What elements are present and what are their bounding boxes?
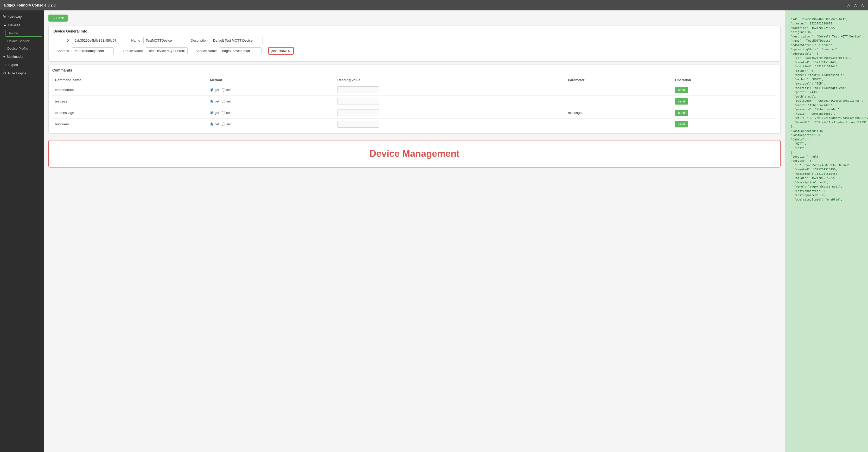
- device-management-banner: Device Management: [49, 140, 781, 167]
- sidebar-device-profile-label: Device Profile: [7, 46, 28, 51]
- sidebar-item-devices[interactable]: ▲ Devices: [0, 21, 44, 29]
- cmd-parameter-cell: message: [565, 107, 673, 119]
- name-field[interactable]: [143, 37, 185, 44]
- back-button[interactable]: ← Back: [49, 14, 68, 22]
- json-panel: { "id": "5ab35290e4b0c393a5f0c074", "cre…: [785, 10, 868, 452]
- cmd-name-cell: testrandnum: [52, 84, 207, 96]
- cmd-method-cell: get set: [207, 107, 335, 119]
- col-operation: Operation: [672, 76, 777, 84]
- cmd-reading-cell: [335, 84, 565, 96]
- cmd-name-cell: testping: [52, 96, 207, 107]
- description-label: Description: [191, 38, 208, 42]
- get-radio-label[interactable]: get: [210, 99, 219, 103]
- send-button[interactable]: send: [675, 110, 688, 116]
- settings-icon[interactable]: △: [861, 3, 864, 8]
- get-radio-label[interactable]: get: [210, 111, 219, 115]
- set-label: set: [226, 99, 230, 103]
- set-radio[interactable]: [222, 100, 225, 103]
- main-content: ← Back Device General Info ID Name Descr…: [44, 10, 785, 452]
- get-radio[interactable]: [210, 100, 213, 103]
- table-row: testmessage get set message send: [52, 107, 777, 119]
- set-radio[interactable]: [222, 123, 225, 126]
- rule-engine-icon: ⚙: [3, 71, 6, 75]
- sidebar-devices-label: Devices: [8, 23, 20, 27]
- cmd-operation-cell: send: [672, 84, 777, 96]
- cmd-method-cell: get set: [207, 84, 335, 96]
- get-radio-label[interactable]: get: [210, 88, 219, 92]
- app-title: EdgeX Foundry Console 0.2.0: [4, 3, 56, 7]
- get-radio[interactable]: [210, 111, 213, 115]
- json-show-label: json show: [271, 49, 286, 53]
- cmd-parameter-cell: [565, 119, 673, 130]
- get-radio-label[interactable]: get: [210, 122, 219, 126]
- gateway-icon: 🏛: [3, 14, 7, 19]
- get-label: get: [214, 99, 219, 103]
- reading-input[interactable]: [338, 109, 379, 116]
- cmd-reading-cell: [335, 96, 565, 107]
- id-field[interactable]: [72, 37, 119, 44]
- sidebar-multimedia-label: Multimedia: [7, 55, 23, 59]
- col-reading-value: Reading value: [335, 76, 565, 84]
- set-radio-label[interactable]: set: [222, 99, 230, 103]
- col-method: Method: [207, 76, 335, 84]
- user-icon[interactable]: △: [847, 3, 850, 8]
- set-radio-label[interactable]: set: [222, 111, 230, 115]
- commands-table: Command name Method Reading value Parame…: [52, 76, 777, 130]
- profile-name-field[interactable]: [146, 47, 188, 54]
- get-radio[interactable]: [210, 123, 213, 126]
- set-label: set: [226, 122, 230, 126]
- device-management-text: Device Management: [369, 148, 460, 159]
- service-name-field[interactable]: [220, 47, 261, 54]
- get-label: get: [214, 88, 219, 92]
- address-field[interactable]: [72, 47, 114, 54]
- export-icon: →: [3, 63, 7, 67]
- description-field[interactable]: [211, 37, 263, 44]
- set-radio-label[interactable]: set: [222, 122, 230, 126]
- sidebar-device-label: Device: [7, 31, 18, 35]
- sidebar-sub-item-device-profile[interactable]: Device Profile: [0, 45, 44, 52]
- sidebar-export-label: Export: [8, 63, 18, 67]
- cmd-parameter-cell: [565, 96, 673, 107]
- sidebar-item-gateway[interactable]: 🏛 Gateway: [0, 12, 44, 21]
- json-content: { "id": "5ab35290e4b0c393a5f0c074", "cre…: [787, 13, 865, 202]
- commands-title: Commands: [52, 68, 777, 72]
- reading-input[interactable]: [338, 121, 379, 128]
- get-label: get: [214, 122, 219, 126]
- sidebar-item-multimedia[interactable]: ● Multimedia: [0, 52, 44, 61]
- service-name-label: Service Name: [193, 49, 217, 53]
- sidebar-gateway-label: Gateway: [8, 15, 22, 19]
- cmd-name-cell: testquery: [52, 119, 207, 130]
- set-radio[interactable]: [222, 88, 225, 92]
- section-title-general-info: Device General Info: [53, 29, 776, 33]
- get-label: get: [214, 111, 219, 115]
- set-radio[interactable]: [222, 111, 225, 115]
- cmd-operation-cell: send: [672, 107, 777, 119]
- send-button[interactable]: send: [675, 121, 688, 127]
- profile-name-label: Profile Name: [119, 49, 143, 53]
- sidebar-item-rule-engine[interactable]: ⚙ Rule Engine: [0, 69, 44, 77]
- get-radio[interactable]: [210, 88, 213, 92]
- table-row: testrandnum get set send: [52, 84, 777, 96]
- send-button[interactable]: send: [675, 87, 688, 93]
- sidebar-item-export[interactable]: → Export: [0, 61, 44, 69]
- reading-input[interactable]: [338, 86, 379, 93]
- main-layout: 🏛 Gateway ▲ Devices Device Device Servic…: [0, 10, 868, 452]
- address-label: Address: [53, 49, 69, 53]
- sidebar-sub-item-device[interactable]: Device: [5, 30, 42, 37]
- cmd-reading-cell: [335, 119, 565, 130]
- set-radio-label[interactable]: set: [222, 88, 230, 92]
- device-general-info-section: Device General Info ID Name Description …: [49, 25, 781, 62]
- reading-input[interactable]: [338, 98, 379, 105]
- bell-icon[interactable]: △: [854, 3, 857, 8]
- multimedia-icon: ●: [3, 54, 5, 59]
- sidebar: 🏛 Gateway ▲ Devices Device Device Servic…: [0, 10, 44, 452]
- name-label: Name: [125, 38, 140, 42]
- sidebar-sub-item-device-service[interactable]: Device Service: [0, 37, 44, 45]
- cmd-operation-cell: send: [672, 119, 777, 130]
- json-show-button[interactable]: json show ↻: [268, 47, 294, 55]
- set-label: set: [226, 111, 230, 115]
- commands-section: Commands Command name Method Reading val…: [49, 64, 781, 134]
- form-row-address-profile-service: Address Profile Name Service Name json s…: [53, 47, 776, 55]
- send-button[interactable]: send: [675, 98, 688, 104]
- topbar: EdgeX Foundry Console 0.2.0 △ △ △: [0, 0, 868, 10]
